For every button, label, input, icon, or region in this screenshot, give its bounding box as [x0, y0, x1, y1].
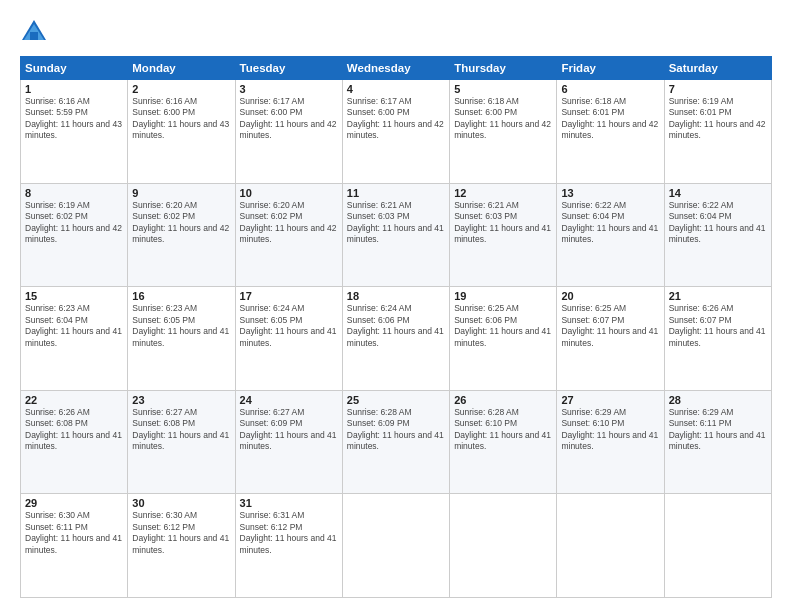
calendar-cell: 16Sunrise: 6:23 AMSunset: 6:05 PMDayligh… — [128, 287, 235, 391]
day-content: Sunrise: 6:20 AMSunset: 6:02 PMDaylight:… — [132, 200, 230, 246]
calendar-cell: 23Sunrise: 6:27 AMSunset: 6:08 PMDayligh… — [128, 390, 235, 494]
calendar-cell: 20Sunrise: 6:25 AMSunset: 6:07 PMDayligh… — [557, 287, 664, 391]
day-number: 26 — [454, 394, 552, 406]
logo-icon — [20, 18, 48, 46]
day-content: Sunrise: 6:29 AMSunset: 6:10 PMDaylight:… — [561, 407, 659, 453]
calendar-cell: 9Sunrise: 6:20 AMSunset: 6:02 PMDaylight… — [128, 183, 235, 287]
day-number: 27 — [561, 394, 659, 406]
day-number: 31 — [240, 497, 338, 509]
calendar-cell: 6Sunrise: 6:18 AMSunset: 6:01 PMDaylight… — [557, 80, 664, 184]
calendar-cell: 8Sunrise: 6:19 AMSunset: 6:02 PMDaylight… — [21, 183, 128, 287]
day-content: Sunrise: 6:31 AMSunset: 6:12 PMDaylight:… — [240, 510, 338, 556]
calendar-cell: 22Sunrise: 6:26 AMSunset: 6:08 PMDayligh… — [21, 390, 128, 494]
calendar-header-row: SundayMondayTuesdayWednesdayThursdayFrid… — [21, 57, 772, 80]
day-number: 3 — [240, 83, 338, 95]
day-number: 16 — [132, 290, 230, 302]
day-number: 7 — [669, 83, 767, 95]
header — [20, 18, 772, 46]
calendar-cell: 19Sunrise: 6:25 AMSunset: 6:06 PMDayligh… — [450, 287, 557, 391]
calendar-week-3: 15Sunrise: 6:23 AMSunset: 6:04 PMDayligh… — [21, 287, 772, 391]
day-number: 5 — [454, 83, 552, 95]
calendar-cell: 24Sunrise: 6:27 AMSunset: 6:09 PMDayligh… — [235, 390, 342, 494]
day-content: Sunrise: 6:27 AMSunset: 6:09 PMDaylight:… — [240, 407, 338, 453]
calendar-cell: 1Sunrise: 6:16 AMSunset: 5:59 PMDaylight… — [21, 80, 128, 184]
calendar-cell: 25Sunrise: 6:28 AMSunset: 6:09 PMDayligh… — [342, 390, 449, 494]
day-number: 9 — [132, 187, 230, 199]
calendar-cell: 28Sunrise: 6:29 AMSunset: 6:11 PMDayligh… — [664, 390, 771, 494]
day-number: 12 — [454, 187, 552, 199]
calendar-header-sunday: Sunday — [21, 57, 128, 80]
calendar-cell: 2Sunrise: 6:16 AMSunset: 6:00 PMDaylight… — [128, 80, 235, 184]
calendar-week-2: 8Sunrise: 6:19 AMSunset: 6:02 PMDaylight… — [21, 183, 772, 287]
calendar-cell: 26Sunrise: 6:28 AMSunset: 6:10 PMDayligh… — [450, 390, 557, 494]
day-number: 21 — [669, 290, 767, 302]
day-content: Sunrise: 6:26 AMSunset: 6:07 PMDaylight:… — [669, 303, 767, 349]
day-content: Sunrise: 6:21 AMSunset: 6:03 PMDaylight:… — [454, 200, 552, 246]
day-content: Sunrise: 6:22 AMSunset: 6:04 PMDaylight:… — [561, 200, 659, 246]
calendar-week-5: 29Sunrise: 6:30 AMSunset: 6:11 PMDayligh… — [21, 494, 772, 598]
day-number: 17 — [240, 290, 338, 302]
calendar-cell: 5Sunrise: 6:18 AMSunset: 6:00 PMDaylight… — [450, 80, 557, 184]
day-number: 23 — [132, 394, 230, 406]
page: SundayMondayTuesdayWednesdayThursdayFrid… — [0, 0, 792, 612]
day-number: 4 — [347, 83, 445, 95]
calendar-header-friday: Friday — [557, 57, 664, 80]
calendar-cell: 4Sunrise: 6:17 AMSunset: 6:00 PMDaylight… — [342, 80, 449, 184]
calendar-header-monday: Monday — [128, 57, 235, 80]
calendar-cell: 10Sunrise: 6:20 AMSunset: 6:02 PMDayligh… — [235, 183, 342, 287]
logo — [20, 18, 54, 46]
day-content: Sunrise: 6:23 AMSunset: 6:04 PMDaylight:… — [25, 303, 123, 349]
calendar-header-thursday: Thursday — [450, 57, 557, 80]
day-number: 11 — [347, 187, 445, 199]
day-number: 13 — [561, 187, 659, 199]
day-number: 14 — [669, 187, 767, 199]
calendar-cell: 3Sunrise: 6:17 AMSunset: 6:00 PMDaylight… — [235, 80, 342, 184]
day-content: Sunrise: 6:27 AMSunset: 6:08 PMDaylight:… — [132, 407, 230, 453]
day-number: 18 — [347, 290, 445, 302]
day-number: 20 — [561, 290, 659, 302]
calendar-cell: 31Sunrise: 6:31 AMSunset: 6:12 PMDayligh… — [235, 494, 342, 598]
calendar-cell: 15Sunrise: 6:23 AMSunset: 6:04 PMDayligh… — [21, 287, 128, 391]
day-content: Sunrise: 6:26 AMSunset: 6:08 PMDaylight:… — [25, 407, 123, 453]
day-content: Sunrise: 6:24 AMSunset: 6:06 PMDaylight:… — [347, 303, 445, 349]
calendar-cell: 30Sunrise: 6:30 AMSunset: 6:12 PMDayligh… — [128, 494, 235, 598]
calendar-cell — [342, 494, 449, 598]
day-number: 1 — [25, 83, 123, 95]
day-content: Sunrise: 6:19 AMSunset: 6:02 PMDaylight:… — [25, 200, 123, 246]
calendar-week-1: 1Sunrise: 6:16 AMSunset: 5:59 PMDaylight… — [21, 80, 772, 184]
day-content: Sunrise: 6:23 AMSunset: 6:05 PMDaylight:… — [132, 303, 230, 349]
day-content: Sunrise: 6:22 AMSunset: 6:04 PMDaylight:… — [669, 200, 767, 246]
day-content: Sunrise: 6:29 AMSunset: 6:11 PMDaylight:… — [669, 407, 767, 453]
day-content: Sunrise: 6:25 AMSunset: 6:07 PMDaylight:… — [561, 303, 659, 349]
day-content: Sunrise: 6:24 AMSunset: 6:05 PMDaylight:… — [240, 303, 338, 349]
calendar-cell: 11Sunrise: 6:21 AMSunset: 6:03 PMDayligh… — [342, 183, 449, 287]
day-content: Sunrise: 6:16 AMSunset: 6:00 PMDaylight:… — [132, 96, 230, 142]
day-content: Sunrise: 6:18 AMSunset: 6:00 PMDaylight:… — [454, 96, 552, 142]
day-number: 30 — [132, 497, 230, 509]
day-content: Sunrise: 6:20 AMSunset: 6:02 PMDaylight:… — [240, 200, 338, 246]
day-number: 8 — [25, 187, 123, 199]
day-number: 22 — [25, 394, 123, 406]
calendar-cell: 13Sunrise: 6:22 AMSunset: 6:04 PMDayligh… — [557, 183, 664, 287]
calendar-header-tuesday: Tuesday — [235, 57, 342, 80]
day-content: Sunrise: 6:30 AMSunset: 6:12 PMDaylight:… — [132, 510, 230, 556]
day-number: 24 — [240, 394, 338, 406]
day-content: Sunrise: 6:28 AMSunset: 6:09 PMDaylight:… — [347, 407, 445, 453]
calendar-week-4: 22Sunrise: 6:26 AMSunset: 6:08 PMDayligh… — [21, 390, 772, 494]
day-content: Sunrise: 6:17 AMSunset: 6:00 PMDaylight:… — [240, 96, 338, 142]
day-content: Sunrise: 6:25 AMSunset: 6:06 PMDaylight:… — [454, 303, 552, 349]
day-content: Sunrise: 6:21 AMSunset: 6:03 PMDaylight:… — [347, 200, 445, 246]
day-content: Sunrise: 6:18 AMSunset: 6:01 PMDaylight:… — [561, 96, 659, 142]
calendar-cell: 17Sunrise: 6:24 AMSunset: 6:05 PMDayligh… — [235, 287, 342, 391]
calendar-cell: 12Sunrise: 6:21 AMSunset: 6:03 PMDayligh… — [450, 183, 557, 287]
day-content: Sunrise: 6:28 AMSunset: 6:10 PMDaylight:… — [454, 407, 552, 453]
calendar-cell: 27Sunrise: 6:29 AMSunset: 6:10 PMDayligh… — [557, 390, 664, 494]
calendar-header-wednesday: Wednesday — [342, 57, 449, 80]
svg-rect-2 — [30, 32, 38, 40]
calendar-table: SundayMondayTuesdayWednesdayThursdayFrid… — [20, 56, 772, 598]
day-content: Sunrise: 6:19 AMSunset: 6:01 PMDaylight:… — [669, 96, 767, 142]
calendar-cell: 29Sunrise: 6:30 AMSunset: 6:11 PMDayligh… — [21, 494, 128, 598]
calendar-header-saturday: Saturday — [664, 57, 771, 80]
day-number: 6 — [561, 83, 659, 95]
day-number: 2 — [132, 83, 230, 95]
